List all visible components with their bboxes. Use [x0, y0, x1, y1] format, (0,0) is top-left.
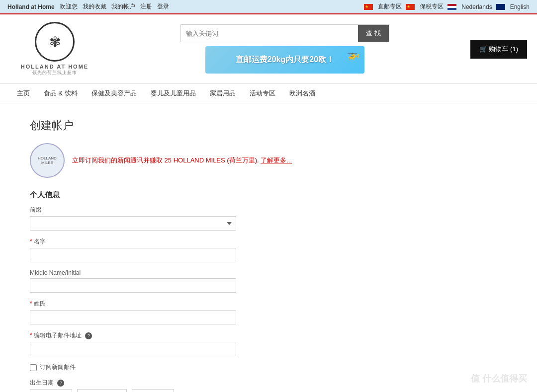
firstname-input[interactable]: [30, 248, 236, 262]
search-input[interactable]: [181, 25, 358, 42]
nav-home-goods[interactable]: 家居用品: [203, 84, 243, 103]
nav-food[interactable]: 食品 & 饮料: [37, 84, 85, 103]
firstname-label: * 名字: [30, 237, 368, 246]
lastname-group: * 姓氏: [30, 300, 368, 324]
nav-baby[interactable]: 婴儿及儿童用品: [144, 84, 203, 103]
prefix-label: 前缀: [30, 206, 368, 214]
lastname-label: * 姓氏: [30, 300, 368, 308]
middlename-label: Middle Name/Initial: [30, 269, 368, 276]
search-button[interactable]: 查 找: [358, 25, 389, 42]
logo-main-text: HOLLAND AT HOME: [21, 64, 89, 70]
top-bar-right: 直邮专区 保税专区 Nederlands English: [364, 2, 530, 11]
prefix-select[interactable]: Mr. Mrs. Ms.: [30, 216, 236, 231]
page-title: 创建帐户: [30, 118, 368, 133]
miles-logo-text: HOLLANDMILES: [38, 156, 57, 165]
miles-promo-banner: HOLLANDMILES 立即订阅我们的新闻通讯并赚取 25 HOLLAND M…: [30, 143, 368, 178]
login-link[interactable]: 登录: [157, 2, 169, 11]
month-input[interactable]: [77, 389, 127, 392]
helicopter-icon: 🚁: [347, 49, 359, 61]
logo-symbol: ✾: [49, 34, 61, 50]
logo-area: ✾ HOLLAND AT HOME 领先的荷兰线上超市: [10, 22, 99, 76]
miles-learn-more-link[interactable]: 了解更多...: [261, 157, 292, 164]
top-bar: Holland at Home 欢迎您 我的收藏 我的帐户 注册 登录 直邮专区…: [0, 0, 537, 14]
cart-button[interactable]: 🛒 购物车 (1): [470, 40, 527, 59]
required-star3: *: [30, 332, 32, 339]
flag-nl-icon: [448, 4, 456, 10]
email-group: * 编辑电子邮件地址 ?: [30, 331, 368, 356]
dob-label: 出生日期 ?: [30, 379, 368, 387]
day-input[interactable]: [132, 389, 174, 392]
logo-sub-text: 领先的荷兰线上超市: [32, 70, 77, 76]
flag-uk-icon: [496, 4, 505, 10]
promo-banner: 🚁 直邮运费20kg内只要20欧！: [205, 46, 364, 74]
account-link[interactable]: 我的帐户: [111, 2, 135, 11]
site-name: Holland at Home: [7, 3, 55, 10]
email-help-icon[interactable]: ?: [85, 332, 92, 339]
firstname-group: * 名字: [30, 237, 368, 262]
top-bar-left: Holland at Home 欢迎您 我的收藏 我的帐户 注册 登录: [7, 2, 169, 11]
newsletter-checkbox[interactable]: [30, 364, 37, 371]
flag-china2-icon: [406, 4, 415, 10]
prefix-group: 前缀 Mr. Mrs. Ms.: [30, 206, 368, 231]
year-input[interactable]: [30, 389, 72, 392]
nav-activities[interactable]: 活动专区: [243, 84, 282, 103]
required-star2: *: [30, 300, 32, 307]
lang-nl-link[interactable]: Nederlands: [461, 3, 492, 10]
welcome-link[interactable]: 欢迎您: [60, 2, 78, 11]
header: ✾ HOLLAND AT HOME 领先的荷兰线上超市 查 找 🚁 直邮运费20…: [0, 14, 537, 83]
logo-icon: ✾: [35, 22, 75, 62]
lastname-input[interactable]: [30, 310, 236, 324]
day-field: 日: [132, 389, 174, 392]
main-nav: 主页 食品 & 饮料 保健及美容产品 婴儿及儿童用品 家居用品 活动专区 欧洲名…: [0, 83, 537, 103]
date-row: 年 月 日: [30, 389, 368, 392]
dob-help-icon[interactable]: ?: [57, 380, 64, 387]
year-field: 年: [30, 389, 72, 392]
watermark: 值 什么值得买: [471, 373, 527, 385]
newsletter-group: 订阅新闻邮件: [30, 363, 368, 372]
section-personal-info: 个人信息: [30, 190, 368, 200]
miles-logo: HOLLANDMILES: [30, 143, 65, 178]
required-star: *: [30, 238, 32, 245]
email-input[interactable]: [30, 342, 236, 356]
middlename-input[interactable]: [30, 278, 236, 293]
register-link[interactable]: 注册: [140, 2, 152, 11]
month-field: 月: [77, 389, 127, 392]
banner-text: 直邮运费20kg内只要20欧！: [236, 55, 334, 65]
direct-mail-link[interactable]: 直邮专区: [378, 2, 402, 11]
dob-group: 出生日期 ? 年 月 日: [30, 379, 368, 392]
miles-promo-text: 立即订阅我们的新闻通讯并赚取 25 HOLLAND MILES (荷兰万里). …: [72, 156, 292, 165]
middlename-group: Middle Name/Initial: [30, 269, 368, 293]
newsletter-label: 订阅新闻邮件: [40, 363, 76, 372]
nav-wine[interactable]: 欧洲名酒: [282, 84, 322, 103]
search-area: 查 找 🚁 直邮运费20kg内只要20欧！: [180, 24, 389, 74]
main-content: 创建帐户 HOLLANDMILES 立即订阅我们的新闻通讯并赚取 25 HOLL…: [0, 103, 398, 392]
tax-free-link[interactable]: 保税专区: [420, 2, 444, 11]
nav-health[interactable]: 保健及美容产品: [85, 84, 144, 103]
lang-en-link[interactable]: English: [510, 3, 530, 10]
miles-promo-msg: 立即订阅我们的新闻通讯并赚取 25 HOLLAND MILES (荷兰万里).: [72, 157, 259, 164]
flag-china-icon: [364, 4, 373, 10]
favorites-link[interactable]: 我的收藏: [83, 2, 106, 11]
email-label: * 编辑电子邮件地址 ?: [30, 331, 368, 340]
search-box: 查 找: [180, 24, 389, 42]
nav-home[interactable]: 主页: [10, 84, 37, 103]
